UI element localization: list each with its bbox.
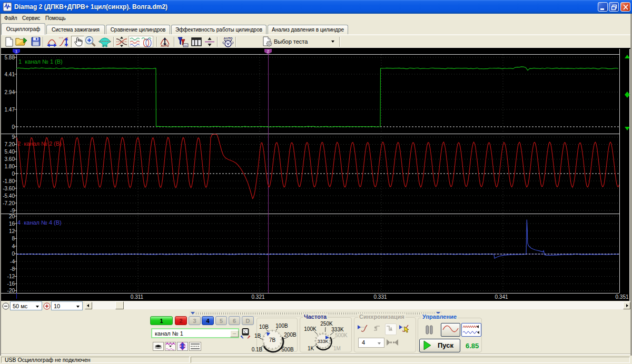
svg-text:1.80: 1.80 <box>5 164 15 169</box>
svg-text:1M: 1M <box>333 346 341 351</box>
svg-text:1В: 1В <box>254 333 261 339</box>
svg-text:1: 1 <box>15 49 18 54</box>
svg-text:-12: -12 <box>7 274 15 279</box>
svg-text:0.1В: 0.1В <box>252 347 263 352</box>
svg-text:0.311: 0.311 <box>131 294 144 300</box>
svg-text:0.341: 0.341 <box>495 294 508 300</box>
svg-text:20: 20 <box>9 214 15 219</box>
svg-text:200В: 200В <box>284 332 297 338</box>
svg-text:100В: 100В <box>275 323 288 329</box>
svg-text:-3.60: -3.60 <box>3 186 15 191</box>
svg-text:-20: -20 <box>7 288 15 294</box>
svg-text:2.94: 2.94 <box>5 89 15 95</box>
svg-text:7.20: 7.20 <box>5 141 15 147</box>
svg-text:-1.80: -1.80 <box>3 178 15 184</box>
svg-text:12: 12 <box>9 228 15 234</box>
svg-text:1K: 1K <box>308 346 314 351</box>
svg-text:333K: 333K <box>331 327 344 332</box>
svg-text:2 канал № 2 (В): 2 канал № 2 (В) <box>17 140 62 147</box>
svg-text:500K: 500K <box>335 332 348 338</box>
svg-text:4 канал № 4 (В): 4 канал № 4 (В) <box>17 219 62 226</box>
svg-text:2: 2 <box>267 49 270 54</box>
svg-text:-16: -16 <box>7 281 15 287</box>
svg-text:-7.20: -7.20 <box>3 200 15 206</box>
svg-text:7В: 7В <box>269 337 276 343</box>
svg-text:AUTO: AUTO <box>224 37 233 40</box>
svg-text:0.331: 0.331 <box>373 294 387 300</box>
svg-text:0.351: 0.351 <box>615 294 628 300</box>
svg-text:4.41: 4.41 <box>5 72 15 77</box>
svg-text:100K: 100K <box>304 326 317 332</box>
svg-text:333K: 333K <box>317 339 328 344</box>
svg-text:1.47: 1.47 <box>5 107 15 113</box>
svg-text:250K: 250K <box>320 321 333 327</box>
svg-text:3.60: 3.60 <box>5 156 15 162</box>
svg-text:-5.40: -5.40 <box>3 193 15 199</box>
svg-text:10В: 10В <box>259 324 269 330</box>
svg-text:5.88: 5.88 <box>5 55 15 60</box>
svg-text:500В: 500В <box>281 347 294 352</box>
svg-text:5.40: 5.40 <box>5 149 15 155</box>
svg-text:0.321: 0.321 <box>251 294 264 300</box>
svg-text:1 канал № 1 (В): 1 канал № 1 (В) <box>18 58 63 65</box>
svg-text:16: 16 <box>9 221 15 227</box>
